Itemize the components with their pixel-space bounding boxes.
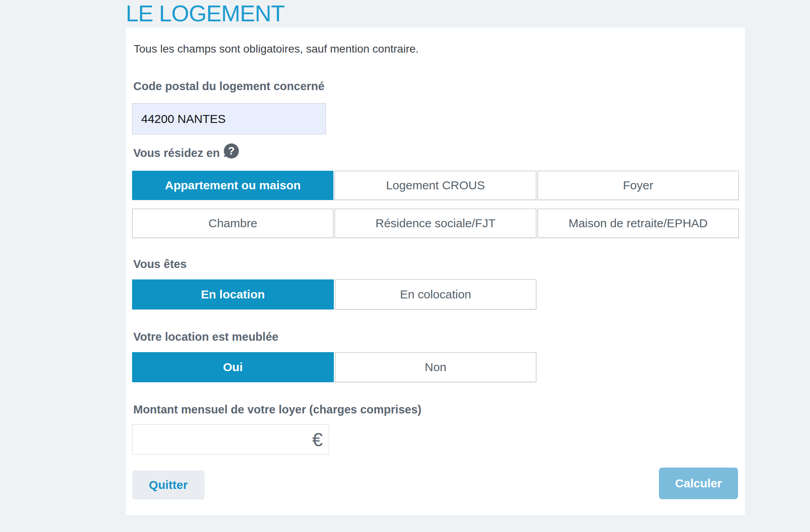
postal-code-input[interactable] xyxy=(132,103,326,134)
rent-amount-input[interactable] xyxy=(132,424,329,455)
residence-option-foyer[interactable]: Foyer xyxy=(537,171,739,200)
furnished-option-oui[interactable]: Oui xyxy=(132,352,334,382)
status-option-en-location[interactable]: En location xyxy=(132,279,334,309)
residence-option-residence-sociale-fjt[interactable]: Résidence sociale/FJT xyxy=(335,209,536,238)
page-title: LE LOGEMENT xyxy=(126,0,285,26)
simulator-page: LE LOGEMENT Tous les champs sont obligat… xyxy=(0,0,810,532)
residence-type-row-1: Appartement ou maison Logement CROUS Foy… xyxy=(132,171,739,200)
furnished-label: Votre location est meublée xyxy=(133,330,278,343)
residence-option-chambre[interactable]: Chambre xyxy=(132,209,333,238)
residence-option-appartement-maison[interactable]: Appartement ou maison xyxy=(132,171,333,200)
residence-option-maison-retraite-ephad[interactable]: Maison de retraite/EPHAD xyxy=(537,209,739,238)
status-option-en-colocation[interactable]: En colocation xyxy=(335,279,537,309)
mandatory-fields-note: Tous les champs sont obligatoires, sauf … xyxy=(134,43,419,55)
help-icon[interactable]: ? xyxy=(224,143,239,158)
furnished-row: Oui Non xyxy=(132,352,536,382)
rent-amount-field: € xyxy=(132,424,329,455)
tenancy-status-row: En location En colocation xyxy=(132,279,536,309)
residence-type-label: Vous résidez en : xyxy=(133,147,227,160)
furnished-option-non[interactable]: Non xyxy=(335,352,537,382)
quit-button[interactable]: Quitter xyxy=(132,470,204,500)
residence-option-logement-crous[interactable]: Logement CROUS xyxy=(335,171,536,200)
residence-type-row-2: Chambre Résidence sociale/FJT Maison de … xyxy=(132,209,739,238)
tenancy-status-label: Vous êtes xyxy=(133,258,187,271)
rent-amount-label: Montant mensuel de votre loyer (charges … xyxy=(133,403,421,416)
calculate-button[interactable]: Calculer xyxy=(659,468,738,499)
postal-code-label: Code postal du logement concerné xyxy=(133,80,324,93)
form-card: Tous les champs sont obligatoires, sauf … xyxy=(126,28,745,515)
